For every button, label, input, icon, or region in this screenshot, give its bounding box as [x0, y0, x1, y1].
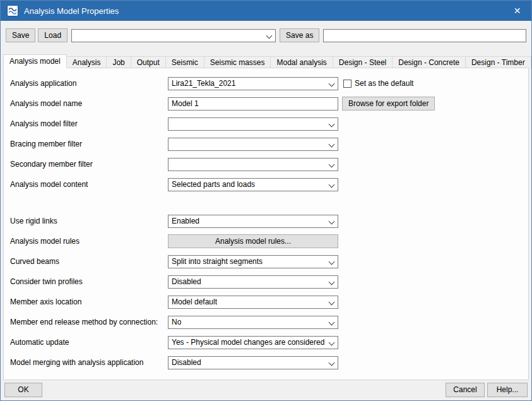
field-label: Consider twin profiles	[10, 277, 168, 286]
ok-button[interactable]: OK	[4, 383, 42, 397]
window-title: Analysis Model Properties	[24, 6, 119, 16]
field-row: Member end release method by connection:…	[4, 312, 528, 332]
field-row: Analysis model rules Analysis model rule…	[4, 231, 528, 251]
tab-analysis[interactable]: Analysis	[66, 56, 107, 68]
help-button[interactable]: Help...	[487, 383, 528, 397]
tab-analysis-model[interactable]: Analysis model	[3, 54, 67, 68]
use-rigid-links-select[interactable]: Enabled	[168, 215, 338, 228]
save-button[interactable]: Save	[6, 28, 35, 42]
tab-seismic[interactable]: Seismic	[165, 56, 204, 68]
field-row: Curved beams Split into straight segment…	[4, 251, 528, 272]
tab-strip: Analysis model Analysis Job Output Seism…	[3, 56, 529, 68]
analysis-model-tab-page: Analysis application Lira21_Tekla_2021 S…	[3, 68, 529, 380]
chevron-down-icon	[329, 141, 335, 147]
field-label: Analysis model content	[10, 180, 168, 189]
field-label: Curved beams	[10, 257, 168, 266]
save-as-input[interactable]	[323, 29, 526, 42]
chevron-down-icon	[329, 278, 335, 285]
consider-twin-profiles-select[interactable]: Disabled	[168, 275, 338, 289]
tab-output[interactable]: Output	[131, 56, 166, 68]
analysis-model-content-select[interactable]: Selected parts and loads	[168, 178, 338, 191]
secondary-member-filter-select[interactable]	[168, 158, 338, 171]
save-as-button[interactable]: Save as	[280, 28, 319, 42]
member-axis-location-select[interactable]: Model default	[168, 296, 338, 309]
field-label: Bracing member filter	[10, 140, 168, 148]
chevron-down-icon	[329, 319, 335, 325]
checkbox-label: Set as the default	[355, 79, 413, 88]
tab-design-timber[interactable]: Design - Timber	[465, 56, 531, 68]
field-label: Secondary member filter	[10, 160, 168, 169]
field-row: Automatic update Yes - Physical model ch…	[4, 332, 528, 352]
dialog-footer: OK Cancel Help...	[1, 379, 531, 400]
analysis-model-filter-select[interactable]	[168, 117, 338, 131]
field-row: Use rigid links Enabled	[4, 211, 528, 231]
field-row: Model merging with analysis application …	[4, 352, 528, 373]
field-label: Model merging with analysis application	[10, 358, 168, 367]
field-label: Analysis model filter	[10, 119, 168, 128]
set-as-default-checkbox[interactable]: Set as the default	[343, 79, 413, 88]
field-label: Analysis application	[10, 79, 168, 88]
chevron-down-icon	[329, 359, 335, 366]
app-icon	[6, 4, 19, 17]
field-row: Analysis application Lira21_Tekla_2021 S…	[4, 73, 528, 93]
title-bar[interactable]: Analysis Model Properties ✕	[1, 1, 531, 21]
field-label: Use rigid links	[10, 217, 168, 225]
tab-design-concrete[interactable]: Design - Concrete	[392, 56, 466, 68]
field-label: Analysis model rules	[10, 237, 168, 246]
chevron-down-icon	[329, 121, 335, 127]
field-label: Analysis model name	[10, 99, 168, 108]
tab-job[interactable]: Job	[106, 56, 131, 68]
field-row: Analysis model filter	[4, 114, 528, 134]
close-icon[interactable]: ✕	[503, 1, 531, 21]
browse-export-folder-button[interactable]: Browse for export folder	[342, 97, 435, 111]
field-row: Analysis model content Selected parts an…	[4, 174, 528, 195]
analysis-model-name-input[interactable]	[168, 97, 338, 111]
chevron-down-icon	[329, 218, 335, 224]
analysis-model-properties-dialog: { "window": { "title": "Analysis Model P…	[0, 0, 532, 401]
field-label: Member end release method by connection:	[10, 318, 168, 326]
tab-design-steel[interactable]: Design - Steel	[333, 56, 393, 68]
checkbox-box-icon	[343, 80, 352, 88]
automatic-update-select[interactable]: Yes - Physical model changes are conside…	[168, 336, 338, 349]
field-row: Consider twin profiles Disabled	[4, 272, 528, 292]
bracing-member-filter-select[interactable]	[168, 138, 338, 151]
model-merging-select[interactable]: Disabled	[168, 356, 338, 369]
chevron-down-icon	[329, 339, 335, 345]
tab-modal-analysis[interactable]: Modal analysis	[270, 56, 333, 68]
field-label: Automatic update	[10, 338, 168, 347]
analysis-model-rules-button[interactable]: Analysis model rules...	[168, 234, 338, 248]
chevron-down-icon	[329, 181, 335, 188]
chevron-down-icon	[329, 299, 335, 305]
load-button[interactable]: Load	[38, 28, 68, 42]
field-row: Secondary member filter	[4, 154, 528, 174]
cancel-button[interactable]: Cancel	[446, 383, 485, 397]
field-row: Member axis location Model default	[4, 292, 528, 312]
member-end-release-method-select[interactable]: No	[168, 316, 338, 329]
field-label: Member axis location	[10, 297, 168, 306]
chevron-down-icon	[329, 161, 335, 167]
chevron-down-icon	[266, 32, 273, 39]
field-row: Bracing member filter	[4, 134, 528, 154]
field-row: Analysis model name Browse for export fo…	[4, 93, 528, 114]
section-spacer	[4, 195, 528, 211]
curved-beams-select[interactable]: Split into straight segments	[168, 255, 338, 268]
chevron-down-icon	[329, 258, 335, 265]
analysis-application-select[interactable]: Lira21_Tekla_2021	[168, 77, 338, 90]
preset-select[interactable]	[71, 29, 276, 42]
tab-seismic-masses[interactable]: Seismic masses	[204, 56, 271, 68]
chevron-down-icon	[329, 80, 335, 87]
save-load-toolbar: Save Load Save as	[1, 21, 531, 50]
